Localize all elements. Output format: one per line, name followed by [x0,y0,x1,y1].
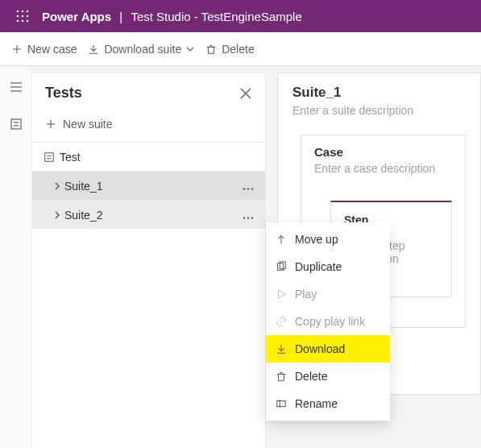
new-suite-button[interactable]: New suite [32,113,265,142]
chevron-right-icon [53,211,61,219]
svg-point-34 [251,217,253,218]
svg-point-4 [22,15,24,18]
menu-rename-label: Rename [295,397,338,410]
svg-point-29 [243,188,245,189]
left-rail [0,66,32,448]
svg-rect-13 [209,47,214,53]
brand-section: Test Studio - TestEngineSample [131,10,301,23]
checklist-icon [44,151,55,163]
rename-icon [276,398,287,409]
menu-play-label: Play [295,288,317,301]
svg-point-6 [17,20,19,23]
svg-rect-44 [277,401,286,407]
waffle-icon [16,10,29,23]
svg-point-7 [22,20,24,23]
copy-icon [276,261,287,272]
menu-move-up-label: Move up [295,233,338,246]
new-suite-label: New suite [63,118,112,131]
tests-title: Tests [45,85,82,102]
hamburger-button[interactable] [3,74,29,100]
plus-icon [45,118,56,130]
tree-item-suite-2[interactable]: Suite_2 [32,200,265,229]
menu-move-up[interactable]: Move up [266,226,390,253]
download-icon [276,343,287,355]
close-icon [240,88,251,99]
case-description-input[interactable]: Enter a case description [314,162,452,175]
svg-point-33 [247,217,249,218]
chevron-down-icon [186,45,194,53]
suite-1-more-button[interactable] [238,178,259,194]
case-title: Case [314,145,452,159]
suite-2-more-button[interactable] [238,207,259,223]
svg-point-2 [27,10,29,13]
menu-delete[interactable]: Delete [266,363,390,390]
menu-download[interactable]: Download [266,335,390,363]
suite-title: Suite_1 [292,85,466,101]
context-menu: Move up Duplicate Play Copy play link Do… [266,222,390,421]
brand-title: Power Apps | Test Studio - TestEngineSam… [42,10,302,23]
play-icon [276,288,287,300]
brand-name: Power Apps [42,10,111,23]
delete-button[interactable]: Delete [205,43,254,56]
menu-play: Play [266,280,390,308]
new-case-label: New case [27,43,77,56]
svg-point-32 [243,217,245,218]
hamburger-icon [10,81,23,93]
svg-rect-41 [279,374,284,380]
download-suite-label: Download suite [104,43,181,56]
tests-panel: Tests New suite Test Suite_1 [32,73,266,448]
svg-point-5 [27,15,29,18]
new-case-button[interactable]: New case [11,43,77,56]
brand-separator: | [119,10,122,23]
link-icon [276,316,287,327]
tree-root-test[interactable]: Test [32,142,265,171]
app-launcher-button[interactable] [6,0,39,32]
close-panel-button[interactable] [238,85,254,102]
svg-point-31 [251,188,253,189]
svg-point-3 [17,15,19,18]
expand-toggle[interactable] [50,211,64,219]
delete-label: Delete [222,43,254,56]
svg-rect-26 [45,152,54,161]
expand-toggle[interactable] [50,182,64,190]
menu-copy-play-link-label: Copy play link [295,315,365,328]
svg-point-30 [247,188,249,189]
svg-point-0 [17,10,19,13]
tree-item-suite-1[interactable]: Suite_1 [32,171,265,200]
more-icon [243,188,254,190]
tree-root-label: Test [60,151,81,164]
menu-delete-label: Delete [295,370,327,383]
trash-icon [205,44,217,55]
svg-rect-19 [11,119,21,129]
menu-rename[interactable]: Rename [266,390,390,417]
tests-header: Tests [32,73,265,113]
menu-copy-play-link: Copy play link [266,308,390,335]
arrow-up-icon [276,234,287,245]
global-header: Power Apps | Test Studio - TestEngineSam… [0,0,481,32]
plus-icon [11,44,23,55]
suite-1-label: Suite_1 [64,180,102,193]
menu-duplicate[interactable]: Duplicate [266,253,390,280]
suite-2-label: Suite_2 [64,209,102,222]
svg-marker-38 [279,290,286,299]
more-icon [243,217,254,219]
menu-download-label: Download [295,342,345,355]
trash-icon [276,371,287,382]
menu-duplicate-label: Duplicate [295,260,342,273]
checklist-icon [10,118,23,131]
svg-point-1 [22,10,24,13]
svg-point-8 [27,20,29,23]
suite-description-input[interactable]: Enter a suite description [292,104,466,117]
download-icon [88,44,99,55]
chevron-right-icon [53,182,61,190]
command-bar: New case Download suite Delete [0,32,481,66]
tests-rail-button[interactable] [3,111,29,137]
download-suite-button[interactable]: Download suite [88,43,194,56]
